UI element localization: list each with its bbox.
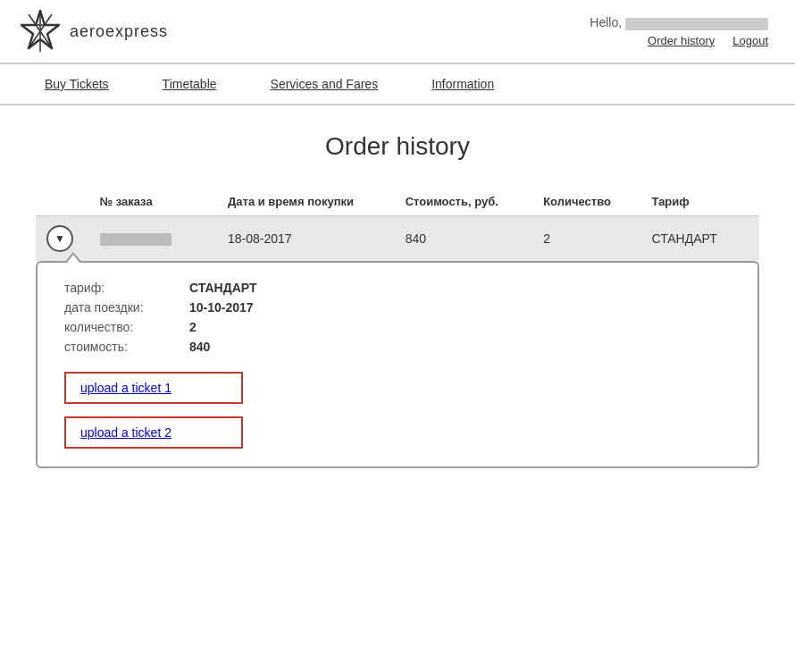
col-date: Дата и время покупки (217, 188, 395, 216)
main-content: Order history № заказа Дата и время поку… (0, 105, 795, 495)
user-links: Order history Logout (590, 34, 768, 47)
table-row: 18-08-2017 840 2 СТАНДАРТ (36, 216, 759, 262)
logo-icon (18, 9, 63, 54)
upload-ticket-2-box: upload a ticket 2 (64, 416, 243, 449)
col-order-num: № заказа (89, 188, 217, 216)
cost-cell: 840 (395, 216, 532, 262)
trip-date-value: 10-10-2017 (189, 300, 254, 315)
detail-panel: тариф: СТАНДАРТ дата поездки: 10-10-2017… (36, 261, 759, 468)
date-cell: 18-08-2017 (217, 216, 395, 262)
qty-cell: 2 (532, 216, 640, 262)
upload-ticket-1-box: upload a ticket 1 (64, 372, 243, 404)
cost-value: 840 (189, 340, 210, 354)
logout-link[interactable]: Logout (732, 34, 768, 47)
tariff-value: СТАНДАРТ (189, 281, 256, 295)
nav-services-and-fares[interactable]: Services and Fares (244, 64, 406, 104)
hello-text: Hello, (590, 15, 768, 29)
page-title: Order history (36, 132, 759, 161)
qty-value: 2 (189, 320, 197, 334)
expand-button[interactable] (46, 225, 73, 252)
cost-label: стоимость: (64, 340, 180, 354)
logo-text: aeroexpress (70, 22, 168, 41)
detail-tariff-row: тариф: СТАНДАРТ (64, 281, 731, 295)
qty-label: количество: (64, 320, 180, 334)
nav-timetable[interactable]: Timetable (136, 64, 244, 104)
order-num-cell (89, 216, 217, 262)
nav-information[interactable]: Information (405, 64, 521, 104)
detail-qty-row: количество: 2 (64, 320, 731, 334)
main-nav: Buy Tickets Timetable Services and Fares… (0, 64, 795, 105)
order-history-link[interactable]: Order history (648, 34, 715, 47)
upload-links-container: upload a ticket 1 upload a ticket 2 (64, 372, 731, 449)
nav-buy-tickets[interactable]: Buy Tickets (18, 64, 136, 104)
table-header-row: № заказа Дата и время покупки Стоимость,… (36, 188, 759, 216)
upload-ticket-2-link[interactable]: upload a ticket 2 (80, 425, 172, 440)
order-number-blurred (100, 233, 172, 246)
logo-area: aeroexpress (18, 9, 168, 54)
col-qty: Количество (532, 188, 640, 216)
tariff-label: тариф: (64, 281, 180, 295)
trip-date-label: дата поездки: (64, 300, 180, 315)
col-expand (36, 188, 89, 216)
col-cost: Стоимость, руб. (395, 188, 532, 216)
tariff-cell: СТАНДАРТ (641, 216, 759, 262)
order-table: № заказа Дата и время покупки Стоимость,… (36, 188, 759, 261)
header: aeroexpress Hello, Order history Logout (0, 0, 795, 64)
username-blurred (625, 18, 768, 30)
user-area: Hello, Order history Logout (590, 15, 768, 46)
detail-cost-row: стоимость: 840 (64, 340, 731, 354)
upload-ticket-1-link[interactable]: upload a ticket 1 (80, 381, 172, 395)
detail-date-row: дата поездки: 10-10-2017 (64, 300, 731, 315)
col-tariff: Тариф (641, 188, 759, 216)
